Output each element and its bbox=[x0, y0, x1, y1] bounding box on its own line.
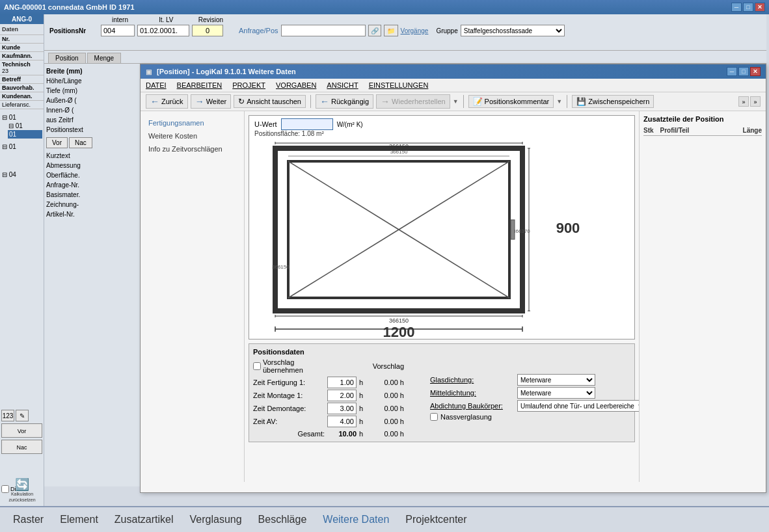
tab-position[interactable]: Position bbox=[48, 53, 86, 63]
daten-label: Daten bbox=[2, 26, 42, 33]
bottom-tabs-bar: Raster Element Zusatzartikel Verglasung … bbox=[0, 506, 769, 532]
gruppe-select[interactable]: Staffelgeschossfassade bbox=[461, 25, 565, 36]
mitteldichtung-row: Mitteldichtung: Meterware bbox=[430, 387, 639, 399]
zeit-av-input[interactable] bbox=[327, 416, 357, 427]
menu-projekt[interactable]: PROJEKT bbox=[232, 80, 265, 90]
tab-verglasung[interactable]: Verglasung bbox=[190, 511, 242, 528]
vor-btn[interactable]: Vor bbox=[46, 137, 68, 148]
menu-einstellungen[interactable]: EINSTELLUNGEN bbox=[369, 80, 429, 90]
zeit-demontage-row: Zeit Demontage: h 0.00 h bbox=[253, 403, 404, 414]
tab-projektcenter[interactable]: Projektcenter bbox=[405, 511, 466, 528]
toolbar-extra2[interactable]: » bbox=[750, 96, 761, 107]
vorgange-label[interactable]: Vorgänge bbox=[401, 27, 429, 34]
nac-btn[interactable]: Nac bbox=[69, 137, 92, 148]
save-button[interactable]: 💾 Zwischenspeichern bbox=[572, 95, 654, 108]
svg-text:366150: 366150 bbox=[272, 264, 290, 270]
tiefe-label: Tiefe (mm) bbox=[46, 86, 138, 96]
nav-weitere-kosten[interactable]: Weitere Kosten bbox=[144, 129, 240, 142]
revision-input[interactable] bbox=[192, 25, 223, 36]
zeit-montage-input[interactable] bbox=[327, 390, 357, 401]
main-content-area: U-Wert W/(m² K) Positionsfläche: 1.08 m² bbox=[245, 111, 639, 482]
nav-fertigungsnamen[interactable]: Fertigungsnamen bbox=[144, 116, 240, 129]
vor-button[interactable]: Vor bbox=[1, 423, 42, 438]
menu-bearbeiten[interactable]: BEARBEITEN bbox=[177, 80, 223, 90]
nested-minimize[interactable]: ─ bbox=[727, 67, 737, 76]
anfrage-input[interactable] bbox=[281, 25, 366, 36]
kunde-section: Kunde bbox=[0, 44, 44, 52]
anfrage-label: Anfrage/Pos bbox=[239, 27, 278, 34]
svg-text:366370: 366370 bbox=[513, 228, 530, 234]
tab-raster[interactable]: Raster bbox=[13, 511, 44, 528]
vorschlag-checkbox[interactable] bbox=[253, 362, 261, 370]
menu-ansicht[interactable]: ANSICHT bbox=[327, 80, 358, 90]
btn-123[interactable]: 123 bbox=[1, 410, 14, 421]
svg-line-3 bbox=[399, 161, 509, 230]
comment-button[interactable]: 📝 Positionskommentar bbox=[468, 95, 554, 108]
nac-button[interactable]: Nac bbox=[1, 440, 42, 454]
maximize-button[interactable]: □ bbox=[743, 3, 753, 12]
window-drawing-svg: 366150 366150 900 366370 366150 bbox=[269, 142, 581, 337]
zeit-montage-row: Zeit Montage 1: h 0.00 h bbox=[253, 390, 404, 401]
technisch-section: Technisch 23 bbox=[0, 60, 44, 75]
redo-button[interactable]: → Wiederherstellen bbox=[376, 94, 450, 109]
tab-weitere-daten[interactable]: Weitere Daten bbox=[323, 511, 389, 528]
hoehe-label: Höhe/Länge bbox=[46, 76, 138, 86]
kalkulation-button[interactable]: 🔄 Kalkulation zurücksetzen bbox=[0, 477, 44, 503]
btn-edit[interactable]: ✎ bbox=[16, 410, 29, 421]
lieferansc-section: Lieferansc. bbox=[0, 101, 44, 109]
nested-maximize[interactable]: □ bbox=[738, 67, 749, 76]
zeit-fertigung-input[interactable] bbox=[327, 377, 357, 388]
form-labels-row: intern lt. LV Revision bbox=[44, 14, 766, 23]
app-titlebar: ANG-000001 connedata GmbH ID 1971 ─ □ ✕ bbox=[0, 0, 769, 14]
toolbar-extra1[interactable]: » bbox=[738, 96, 749, 107]
menu-datei[interactable]: DATEI bbox=[146, 80, 167, 90]
intern-label: intern bbox=[102, 16, 138, 23]
pos-selected[interactable]: 01 bbox=[8, 130, 42, 139]
right-panel: Zusatzteile der Position Stk Profil/Teil… bbox=[639, 111, 766, 482]
tab-beschlage[interactable]: Beschläge bbox=[258, 511, 307, 528]
zeit-av-row: Zeit AV: h 0.00 h bbox=[253, 416, 404, 427]
posflaeche-label: Positionsfläche: bbox=[254, 130, 300, 137]
tab-element[interactable]: Element bbox=[60, 511, 98, 528]
left-fields-panel: Breite (mm) Höhe/Länge Tiefe (mm) Außen-… bbox=[44, 64, 141, 486]
u-wert-label: U-Wert bbox=[254, 120, 277, 128]
aussen-label: Außen-Ø ( bbox=[46, 96, 138, 105]
gruppe-label: Gruppe bbox=[436, 27, 457, 34]
outer-sidebar: ANG-0 Daten Nr. Kunde Kaufmänn. Technisc… bbox=[0, 14, 44, 532]
nested-window: ▣ [Position] - LogiKal 9.1.0.1 Weitere D… bbox=[140, 64, 766, 493]
view-toggle-button[interactable]: ↻ Ansicht tauschen bbox=[234, 95, 306, 108]
mitteldichtung-select[interactable]: Meterware bbox=[517, 387, 595, 399]
link-icon-btn[interactable]: 🔗 bbox=[368, 25, 381, 36]
back-button[interactable]: ← Zurück bbox=[146, 94, 188, 109]
artikelnr-label: Artikel-Nr. bbox=[46, 209, 138, 219]
svg-line-5 bbox=[399, 230, 509, 298]
positions-section: Positionsdaten Vorschlag übernehmen Vors… bbox=[249, 343, 635, 442]
minimize-button[interactable]: ─ bbox=[731, 3, 742, 12]
lt-lv-input[interactable] bbox=[137, 25, 189, 36]
intern-input[interactable] bbox=[101, 25, 135, 36]
nassverglasung-checkbox[interactable] bbox=[430, 413, 438, 421]
folder-icon-btn[interactable]: 📁 bbox=[384, 25, 398, 36]
forward-button[interactable]: → Weiter bbox=[191, 94, 232, 109]
daten-section: Daten bbox=[0, 24, 44, 35]
nested-close[interactable]: ✕ bbox=[750, 67, 761, 76]
menu-vorgaben[interactable]: VORGABEN bbox=[276, 80, 316, 90]
abdichtung-select[interactable]: Umlaufend ohne Tür- und Leerbereiche bbox=[517, 400, 639, 412]
form-area: intern lt. LV Revision PositionsNr Anfra… bbox=[44, 14, 766, 51]
u-wert-input[interactable] bbox=[281, 118, 333, 130]
glasdichtung-select[interactable]: Meterware bbox=[517, 374, 595, 386]
svg-line-4 bbox=[288, 230, 399, 298]
zeit-fertigung-row: Zeit Fertigung 1: h 0.00 h bbox=[253, 377, 404, 388]
menu-bar: DATEI BEARBEITEN PROJEKT VORGABEN ANSICH… bbox=[141, 79, 766, 92]
tab-zusatzartikel[interactable]: Zusatzartikel bbox=[115, 511, 174, 528]
svg-text:366150: 366150 bbox=[389, 317, 409, 324]
tab-menge[interactable]: Menge bbox=[87, 53, 122, 63]
close-button[interactable]: ✕ bbox=[755, 3, 765, 12]
abmessung-label: Abmessung bbox=[46, 161, 138, 170]
nr-section: Nr. bbox=[0, 35, 44, 44]
undo-button[interactable]: ← Rückgängig bbox=[316, 94, 373, 109]
zeit-demontage-input[interactable] bbox=[327, 403, 357, 414]
nav-info-zeitvorschlage[interactable]: Info zu Zeitvorschlägen bbox=[144, 142, 240, 155]
positionstext-label: Positionstext bbox=[46, 125, 138, 135]
oberflaeche-label: Oberfläche. bbox=[46, 170, 138, 180]
